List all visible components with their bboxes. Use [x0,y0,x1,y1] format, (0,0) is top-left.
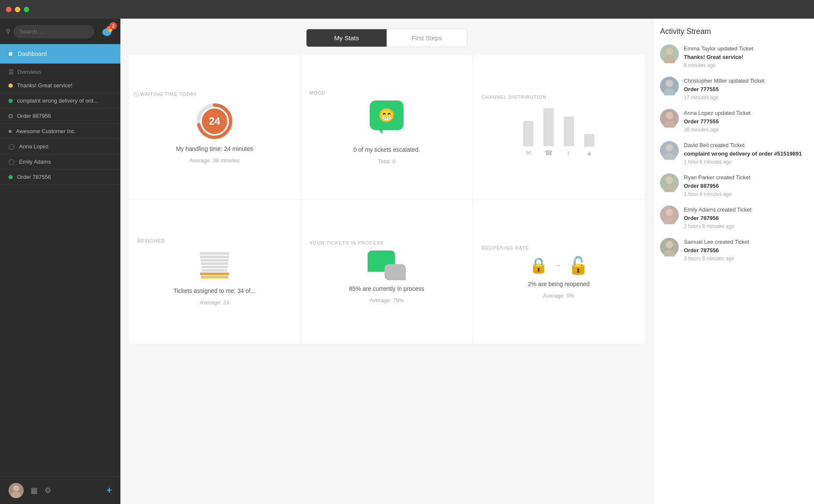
timer-circle: 24 [195,102,234,140]
sidebar-item-order787556[interactable]: Order 787556 [0,170,120,185]
timer-value: 24 [209,115,220,127]
stat-card-tickets-process: YOUR TICKETS IN PROCESS 85% are currentl… [301,200,472,344]
activity-content-david: David Bell created Ticket complaint wron… [684,141,807,165]
tickets-process-main-text: 85% are currently in process [349,285,424,292]
activity-content-emily: Emily Adams created Ticket Order 787956 … [684,206,807,229]
sidebar-item-order887956[interactable]: Order 887956 [0,109,120,124]
activity-item-samuel: Samuel Lee created Ticket Order 787556 3… [660,238,807,262]
maximize-button[interactable] [24,7,29,12]
person-icon: ◯ [8,143,15,150]
lock-icons: 🔒 → 🔓 [529,256,589,276]
reopening-main-text: 2% are being reopened [528,281,590,287]
sidebar-bottom-bar: ▦ ⚙ + [0,476,120,504]
status-dot-yellow [8,84,13,88]
arrow-right-icon: → [554,261,562,270]
activity-stream: Activity Stream Emma Taylor updated Tick… [653,19,814,504]
sidebar-section-overviews: ☰ Overviews [0,64,120,78]
list-icon: ☰ [8,69,14,75]
settings-icon[interactable]: ⚙ [45,486,51,495]
waiting-main-text: My handling time: 24 minutes [176,145,253,152]
activity-text-david: David Bell created Ticket complaint wron… [684,141,807,158]
stat-title-waiting: ⃠ WAITING TIME TODAY [137,92,197,97]
logo-area: 2 [99,24,114,39]
avatar-samuel [660,238,679,256]
channel-facebook: ▲ [584,134,594,157]
minimize-button[interactable] [15,7,20,12]
tab-switcher: My Stats First Steps [306,29,467,47]
activity-text-samuel: Samuel Lee created Ticket Order 787556 [684,238,807,254]
avatar-ryan [660,173,679,192]
email-bar [523,121,533,146]
tab-first-steps[interactable]: First Steps [387,29,467,47]
activity-item-anna: Anna Lopez updated Ticket Order 777555 3… [660,109,807,133]
avatar-anna [660,109,679,128]
sidebar: ⚲ 2 ■ Dashboard ☰ Overviews [0,19,120,504]
stat-title-tickets-process: YOUR TICKETS IN PROCESS [309,240,384,245]
activity-content-samuel: Samuel Lee created Ticket Order 787556 3… [684,238,807,262]
activity-content-chris: Christopher Miller updated Ticket Order … [684,77,807,100]
sidebar-item-dashboard[interactable]: ■ Dashboard [0,44,120,64]
person-icon: ◯ [8,159,15,165]
activity-time-samuel: 3 hours 8 minutes ago [684,256,807,262]
phone-bar [544,108,554,146]
ticket-label: Order 787556 [17,174,51,180]
search-input[interactable] [14,25,94,38]
add-icon[interactable]: + [106,485,112,496]
sidebar-item-anna-lopez[interactable]: ◯ Anna Lopez [0,139,120,154]
svg-point-11 [666,47,673,55]
svg-point-23 [666,176,673,184]
waiting-sub-text: Average: 38 minutes [190,157,240,164]
mood-main-text: 0 of my tickets escalated. [353,146,420,153]
svg-point-29 [666,241,673,248]
channel-email: ✉ [523,121,533,157]
activity-time-david: 1 hour 8 minutes ago [684,159,807,165]
stat-title-mood: MOOD [309,90,326,95]
channel-distribution-chart: ✉ ☎ 𝕣 ▲ [523,105,594,160]
svg-point-26 [666,209,673,216]
lock-open-icon: 🔓 [568,256,589,276]
activity-text-chris: Christopher Miller updated Ticket Order … [684,77,807,93]
lock-closed-icon: 🔒 [529,256,548,274]
phone-icon: ☎ [544,149,553,157]
tickets-process-sub-text: Average: 79% [369,297,404,304]
stat-card-reopening: REOPENING RATE 🔒 → 🔓 2% are being reopen… [473,200,644,344]
facebook-icon: ▲ [586,149,593,157]
activity-time-anna: 38 minutes ago [684,127,807,133]
ticket-label: Anna Lopez [19,143,48,150]
sidebar-item-complaint[interactable]: complaint wrong delivery of ord... [0,93,120,109]
stats-icon[interactable]: ▦ [31,486,38,495]
sidebar-item-awesome-customer[interactable]: ■ Awesome Customer Inc. [0,124,120,139]
activity-text-emma: Emma Taylor updated Ticket Thanks! Great… [684,45,807,61]
notification-badge: 2 [109,22,117,30]
stat-card-assigned: ASSIGNED Tickets assigned to me: 34 of..… [129,200,300,344]
close-button[interactable] [6,7,11,12]
svg-point-17 [666,112,673,120]
status-dot-gray [8,114,13,118]
activity-item-ryan: Ryan Parker created Ticket Order 887956 … [660,173,807,197]
activity-item-emma: Emma Taylor updated Ticket Thanks! Great… [660,45,807,68]
chat-bubbles-icon [368,251,406,280]
stat-card-waiting-time: ⃠ WAITING TIME TODAY 24 My handling time… [129,56,300,199]
svg-point-14 [666,80,673,87]
mood-sub-text: Total: 0 [378,158,396,164]
activity-content-emma: Emma Taylor updated Ticket Thanks! Great… [684,45,807,68]
stats-grid: ⃠ WAITING TIME TODAY 24 My handling time… [120,56,653,352]
tab-header: My Stats First Steps [120,19,653,56]
activity-text-anna: Anna Lopez updated Ticket Order 777555 [684,109,807,125]
mood-bubble: 😁 [370,100,404,130]
ticket-label: complaint wrong delivery of ord... [17,97,98,104]
stat-title-assigned: ASSIGNED [137,238,165,243]
tab-my-stats[interactable]: My Stats [307,29,387,47]
building-icon: ■ [8,128,12,134]
sidebar-item-emily-adams[interactable]: ◯ Emily Adams [0,154,120,170]
sidebar-search-row: ⚲ 2 [0,19,120,44]
email-icon: ✉ [526,149,531,157]
activity-time-emily: 2 hours 8 minutes ago [684,223,807,229]
status-dot-green [8,175,13,179]
activity-stream-title: Activity Stream [660,27,807,36]
sidebar-item-thanks[interactable]: Thanks! Great service! [0,78,120,93]
user-avatar[interactable] [8,483,24,498]
avatar-david [660,141,679,160]
stat-card-channel: CHANNEL DISTRIBUTION ✉ ☎ 𝕣 [473,56,644,199]
svg-point-5 [13,485,19,491]
